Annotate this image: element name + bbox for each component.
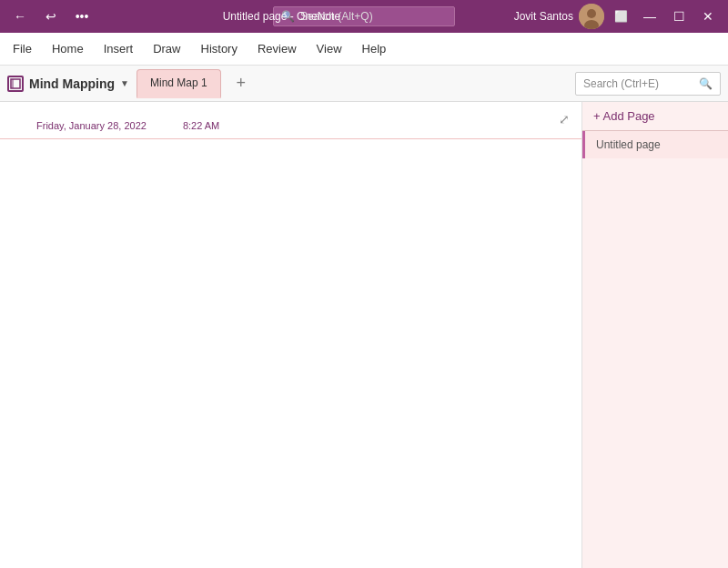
page-date-label: Friday, January 28, 2022 <box>36 120 147 131</box>
notebook-name[interactable]: Mind Mapping ▼ <box>7 76 129 92</box>
pin-button[interactable]: ••• <box>69 4 95 29</box>
share-button[interactable]: ⬜ <box>608 4 633 29</box>
avatar[interactable] <box>579 4 604 29</box>
notebook-search-box[interactable]: Search (Ctrl+E) 🔍 <box>575 72 721 96</box>
minimize-button[interactable]: — <box>637 4 662 29</box>
back-button[interactable]: ← <box>7 4 33 29</box>
page-content[interactable] <box>0 139 581 321</box>
page-canvas[interactable]: ⤢ Friday, January 28, 2022 8:22 AM <box>0 102 582 568</box>
add-tab-button[interactable]: + <box>228 71 254 96</box>
main-area: ⤢ Friday, January 28, 2022 8:22 AM + Add… <box>0 102 728 568</box>
maximize-button[interactable]: ☐ <box>666 4 692 29</box>
menu-view[interactable]: View <box>308 38 351 59</box>
menu-home[interactable]: Home <box>43 38 93 59</box>
title-bar-controls: Jovit Santos ⬜ — ☐ ✕ <box>514 4 721 29</box>
notebook-name-label: Mind Mapping <box>29 76 115 91</box>
close-button[interactable]: ✕ <box>695 4 721 29</box>
user-info[interactable]: Jovit Santos <box>514 4 604 29</box>
add-page-button[interactable]: + Add Page <box>582 102 728 131</box>
undo-button[interactable]: ↩ <box>38 4 64 29</box>
page-list-item[interactable]: Untitled page <box>582 131 728 158</box>
notebook-search-placeholder: Search (Ctrl+E) <box>583 77 659 90</box>
page-tab-mindmap1[interactable]: Mind Map 1 <box>136 69 221 98</box>
menu-history[interactable]: History <box>192 38 247 59</box>
notebook-search-icon: 🔍 <box>699 77 713 90</box>
notebook-bar: Mind Mapping ▼ Mind Map 1 + Search (Ctrl… <box>0 66 728 102</box>
expand-button[interactable]: ⤢ <box>554 109 574 129</box>
page-date: Friday, January 28, 2022 8:22 AM <box>36 120 545 131</box>
menu-draw[interactable]: Draw <box>144 38 189 59</box>
page-time-label: 8:22 AM <box>183 120 219 131</box>
notebook-dropdown-icon[interactable]: ▼ <box>120 78 129 88</box>
title-bar: ← ↩ ••• 🔍 Search (Alt+Q) Untitled page -… <box>0 0 728 33</box>
menu-review[interactable]: Review <box>248 38 306 59</box>
menu-file[interactable]: File <box>4 38 41 59</box>
notebook-icon <box>7 76 24 92</box>
menu-insert[interactable]: Insert <box>95 38 143 59</box>
page-header: Friday, January 28, 2022 8:22 AM <box>0 102 581 139</box>
svg-point-1 <box>587 9 596 18</box>
user-name: Jovit Santos <box>514 10 573 23</box>
menu-bar: File Home Insert Draw History Review Vie… <box>0 33 728 66</box>
right-sidebar: + Add Page Untitled page <box>582 102 728 568</box>
menu-help[interactable]: Help <box>353 38 396 59</box>
title-bar-left: ← ↩ ••• <box>7 4 95 29</box>
app-title: Untitled page - OneNote <box>223 10 340 23</box>
